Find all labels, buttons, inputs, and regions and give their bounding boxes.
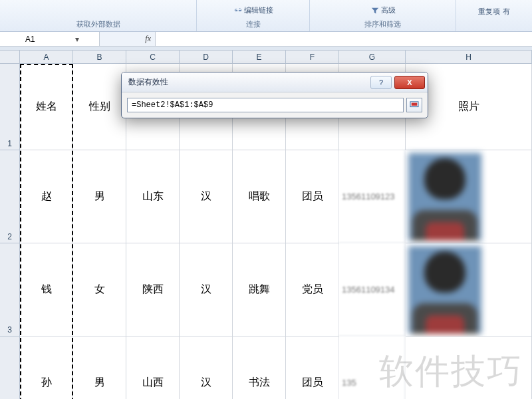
dialog-help-button[interactable]: ? <box>370 76 392 89</box>
column-header[interactable]: F <box>286 51 339 64</box>
fx-label[interactable]: fx <box>100 32 156 46</box>
cell[interactable]: 性别 <box>73 64 126 150</box>
row-header[interactable]: 2 <box>0 150 20 243</box>
cell[interactable]: 山东 <box>126 150 180 243</box>
cell[interactable]: 团员 <box>286 150 339 243</box>
row-header[interactable] <box>0 336 20 399</box>
cell[interactable]: 孙 <box>20 336 73 399</box>
chevron-down-icon[interactable]: ▾ <box>72 35 82 44</box>
cell[interactable]: 山西 <box>126 336 180 399</box>
cell[interactable]: 男 <box>73 150 126 243</box>
advanced-filter-button[interactable]: 高级 <box>370 5 396 15</box>
ribbon: 获取外部数据 编辑链接 连接 高级 排序和筛选 重复项 有 <box>0 0 532 32</box>
cell[interactable]: 汉 <box>180 336 233 399</box>
formula-bar: ▾ fx <box>0 32 532 47</box>
link-icon <box>233 6 243 15</box>
formula-input[interactable] <box>156 32 532 46</box>
cell[interactable]: 党员 <box>286 243 339 336</box>
ribbon-group-connections: 编辑链接 连接 <box>197 0 310 31</box>
column-header[interactable]: H <box>406 51 532 64</box>
column-header[interactable]: B <box>73 51 126 64</box>
ribbon-group-label: 排序和筛选 <box>310 19 456 30</box>
cell[interactable]: 唱歌 <box>233 150 286 243</box>
ribbon-group-datatools: 重复项 有 <box>456 0 532 31</box>
dialog-body <box>122 92 428 118</box>
edit-links-label: 编辑链接 <box>244 5 273 15</box>
ribbon-group-sortfilter: 高级 排序和筛选 <box>310 0 456 31</box>
row-header[interactable]: 1 <box>0 64 20 150</box>
column-headers: ABCDEFGH <box>20 51 532 64</box>
cell[interactable]: 13561109134 <box>339 243 406 336</box>
column-header[interactable]: D <box>180 51 233 64</box>
ribbon-group-label: 连接 <box>197 19 309 30</box>
dialog-titlebar[interactable]: 数据有效性 ? X <box>122 72 428 92</box>
column-header[interactable]: C <box>126 51 180 64</box>
dialog-close-button[interactable]: X <box>394 76 425 89</box>
collapse-dialog-button[interactable] <box>406 98 422 112</box>
name-box-wrap[interactable]: ▾ <box>0 32 100 46</box>
data-validation-dialog: 数据有效性 ? X <box>121 72 428 118</box>
edit-links-button[interactable]: 编辑链接 <box>233 5 273 15</box>
photo-thumbnail <box>408 246 481 334</box>
row-headers: 123 <box>0 64 20 399</box>
ribbon-group-label: 获取外部数据 <box>0 19 196 30</box>
cell[interactable]: 钱 <box>20 243 73 336</box>
cell[interactable]: 女 <box>73 243 126 336</box>
advanced-label: 高级 <box>381 5 396 15</box>
ribbon-group-external-data: 获取外部数据 <box>0 0 197 31</box>
funnel-icon <box>370 6 380 15</box>
cell[interactable]: 男 <box>73 336 126 399</box>
cell[interactable]: 姓名 <box>20 64 73 150</box>
cell[interactable] <box>406 336 532 399</box>
column-header[interactable]: G <box>339 51 406 64</box>
column-header[interactable]: A <box>20 51 73 64</box>
photo-thumbnail <box>408 153 481 241</box>
duplicate-items-button[interactable]: 重复项 有 <box>478 7 509 17</box>
cell[interactable]: 跳舞 <box>233 243 286 336</box>
row-header[interactable]: 3 <box>0 243 20 336</box>
collapse-icon <box>410 101 419 109</box>
cell[interactable]: 13561109123 <box>339 150 406 243</box>
column-header[interactable]: E <box>233 51 286 64</box>
cell[interactable]: 书法 <box>233 336 286 399</box>
cell[interactable]: 汉 <box>180 150 233 243</box>
cell[interactable] <box>406 150 532 243</box>
cell[interactable]: 赵 <box>20 150 73 243</box>
dialog-title: 数据有效性 <box>128 76 368 88</box>
cell[interactable]: 团员 <box>286 336 339 399</box>
cell[interactable]: 陕西 <box>126 243 180 336</box>
cell[interactable]: 135 <box>339 336 406 399</box>
range-input[interactable] <box>127 98 404 112</box>
dup-items-label: 重复项 有 <box>478 7 509 17</box>
svg-rect-1 <box>412 103 418 106</box>
cell[interactable] <box>406 243 532 336</box>
cell[interactable]: 汉 <box>180 243 233 336</box>
select-all-corner[interactable] <box>0 51 20 64</box>
name-box[interactable] <box>25 35 72 44</box>
ribbon-group-label <box>456 21 532 30</box>
